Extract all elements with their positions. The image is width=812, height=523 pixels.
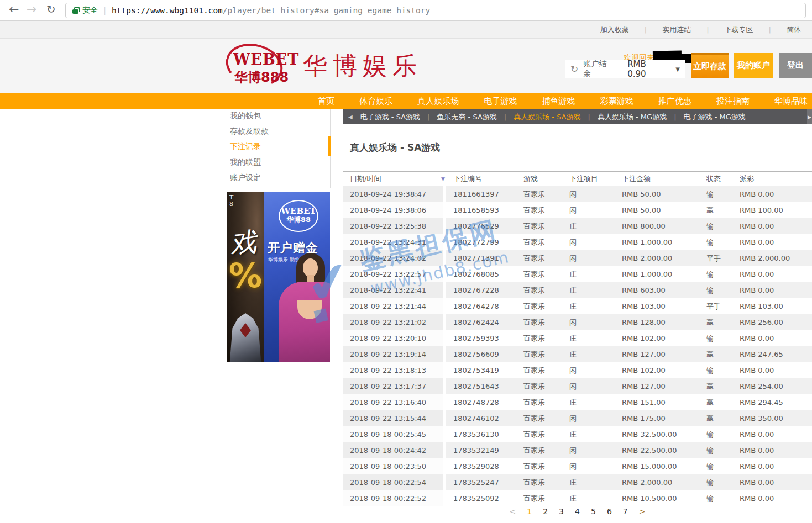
cell-datetime: 2018-09-22 13:17:37: [343, 378, 446, 394]
table-row: 2018-09-18 00:24:42 1783532149 百家乐 闲 RMB…: [343, 442, 812, 458]
logout-button[interactable]: 登出: [779, 53, 812, 78]
cell-bet-item: 庄: [562, 394, 615, 410]
game-tab[interactable]: 鱼乐无穷 - SA游戏: [437, 112, 514, 122]
cell-datetime: 2018-09-22 13:20:10: [343, 330, 446, 346]
back-icon[interactable]: ←: [9, 2, 19, 16]
banner-slide-dark[interactable]: T8 戏 %: [227, 192, 264, 362]
table-row: 2018-09-22 13:19:14 1802756609 百家乐 庄 RMB…: [343, 346, 812, 362]
cell-status: 输: [699, 282, 732, 298]
column-header[interactable]: 派彩: [732, 174, 812, 184]
cell-bet-id: 1802759393: [446, 330, 516, 346]
cell-bet-amount: RMB 603.00: [615, 282, 699, 298]
sidebar-item[interactable]: 下注记录: [230, 142, 261, 152]
sort-desc-icon[interactable]: ▼: [441, 176, 445, 182]
sidebar-active-indicator: [328, 136, 331, 156]
utility-link[interactable]: 实用连结: [654, 25, 716, 35]
deposit-button[interactable]: 立即存款: [691, 53, 729, 78]
cell-status: 赢: [699, 378, 732, 394]
table-header-row: 日期/时间下注编号游戏下注项目下注金额状态派彩: [343, 171, 812, 186]
utility-link[interactable]: 加入收藏: [593, 25, 654, 35]
cell-game: 百家乐: [516, 474, 562, 490]
cell-bet-item: 庄: [562, 218, 615, 234]
cell-status: 赢: [699, 202, 732, 218]
pagination-prev[interactable]: <: [510, 507, 516, 516]
cell-bet-amount: RMB 15,000.00: [615, 458, 699, 474]
cell-status: 输: [699, 426, 732, 442]
my-account-button[interactable]: 我的账户: [734, 53, 773, 78]
main-nav-item[interactable]: 推广优惠: [658, 96, 691, 107]
pagination-page[interactable]: 2: [543, 507, 548, 516]
cell-bet-id: 1802767228: [446, 282, 516, 298]
refresh-balance-icon[interactable]: ↻: [570, 65, 578, 74]
game-tab[interactable]: 电子游戏 - SA游戏: [360, 112, 437, 122]
balance-dropdown[interactable]: ↻ 账户结余 RMB 0.90 ▼: [565, 60, 685, 78]
tab-scroll-right-icon[interactable]: ▶: [807, 109, 812, 124]
pagination-page[interactable]: 1: [527, 507, 532, 516]
main-nav-item[interactable]: 投注指南: [716, 96, 750, 107]
cell-status: 输: [699, 474, 732, 490]
knight-illustration: [228, 313, 263, 362]
banner-slide-blue[interactable]: WEBET 华博88 开户赠金 华博娱乐 助您一臂之力: [264, 192, 330, 362]
sidebar-item[interactable]: 我的钱包: [230, 111, 261, 121]
logo-badge: WEBET 华博888: [226, 44, 290, 87]
cell-status: 输: [699, 266, 732, 282]
cell-bet-amount: RMB 127.00: [615, 378, 699, 394]
sidebar-item[interactable]: 账户设定: [230, 173, 261, 183]
cell-payout: RMB 103.00: [732, 298, 812, 314]
pagination-page[interactable]: 3: [559, 507, 564, 516]
cell-game: 百家乐: [516, 314, 562, 330]
cell-datetime: 2018-09-22 13:21:02: [343, 314, 446, 330]
game-tab[interactable]: 真人娱乐场 - SA游戏: [514, 112, 598, 122]
cell-bet-item: 庄: [562, 298, 615, 314]
cell-bet-id: 1802768085: [446, 266, 516, 282]
utility-link[interactable]: 简体: [779, 25, 809, 35]
cell-bet-item: 闲: [562, 378, 615, 394]
cell-payout: RMB 350.00: [732, 410, 812, 426]
reload-icon[interactable]: ↻: [46, 3, 56, 16]
cell-bet-item: 庄: [562, 474, 615, 490]
cell-bet-id: 1802748728: [446, 394, 516, 410]
balance-value: RMB 0.90: [627, 59, 666, 79]
page-title: 真人娱乐场 - SA游戏: [350, 141, 440, 154]
address-bar[interactable]: 安全 | https://www.wbg1101.com/player/bet_…: [65, 3, 806, 18]
pagination-page[interactable]: 6: [607, 507, 612, 516]
cell-payout: RMB 0.00: [732, 426, 812, 442]
forward-icon[interactable]: →: [27, 2, 36, 16]
cell-bet-item: 闲: [562, 186, 615, 202]
column-header[interactable]: 下注项目: [562, 174, 615, 184]
column-header[interactable]: 日期/时间: [343, 174, 446, 184]
banner-percent: %: [229, 256, 262, 295]
cell-status: 输: [699, 362, 732, 378]
pagination-page[interactable]: 5: [591, 507, 596, 516]
site-logo[interactable]: WEBET 华博888 华博娱乐: [226, 44, 422, 87]
pagination-next[interactable]: >: [639, 507, 646, 516]
main-nav-item[interactable]: 体育娱乐: [359, 96, 392, 107]
cell-game: 百家乐: [516, 426, 562, 442]
tab-scroll-left-icon[interactable]: ◀: [348, 114, 353, 120]
pagination-page[interactable]: 4: [575, 507, 580, 516]
pagination-page[interactable]: 7: [623, 507, 628, 516]
main-nav-item[interactable]: 真人娱乐场: [417, 96, 459, 107]
column-header[interactable]: 状态: [699, 174, 732, 184]
cell-datetime: 2018-09-22 13:25:38: [343, 218, 446, 234]
column-header[interactable]: 下注金额: [615, 174, 699, 184]
main-nav-item[interactable]: 彩票游戏: [600, 96, 633, 107]
sidebar-item[interactable]: 存款及取款: [230, 126, 269, 136]
game-tab[interactable]: 真人娱乐场 - MG游戏: [598, 112, 684, 122]
column-header[interactable]: 游戏: [516, 174, 562, 184]
cell-bet-amount: RMB 10,500.00: [615, 490, 699, 506]
main-nav-item[interactable]: 电子游戏: [484, 96, 517, 107]
main-nav-item[interactable]: 华博品味: [774, 96, 808, 107]
main-nav-item[interactable]: 首页: [318, 96, 334, 107]
cell-payout: RMB 100.00: [732, 202, 812, 218]
cell-payout: RMB 294.45: [732, 394, 812, 410]
sidebar-item[interactable]: 我的联盟: [230, 157, 261, 167]
utility-link[interactable]: 下载专区: [717, 25, 779, 35]
table-row: 2018-09-24 19:38:47 1811661397 百家乐 闲 RMB…: [343, 186, 812, 202]
main-nav-item[interactable]: 捕鱼游戏: [542, 96, 575, 107]
chevron-down-icon[interactable]: ▼: [675, 66, 680, 72]
game-tab[interactable]: 电子游戏 - MG游戏: [684, 112, 746, 122]
column-header[interactable]: 下注编号: [446, 174, 516, 184]
page-url[interactable]: https://www.wbg1101.com/player/bet_histo…: [112, 6, 430, 15]
table-row: 2018-09-22 13:21:02 1802762424 百家乐 闲 RMB…: [343, 314, 812, 330]
